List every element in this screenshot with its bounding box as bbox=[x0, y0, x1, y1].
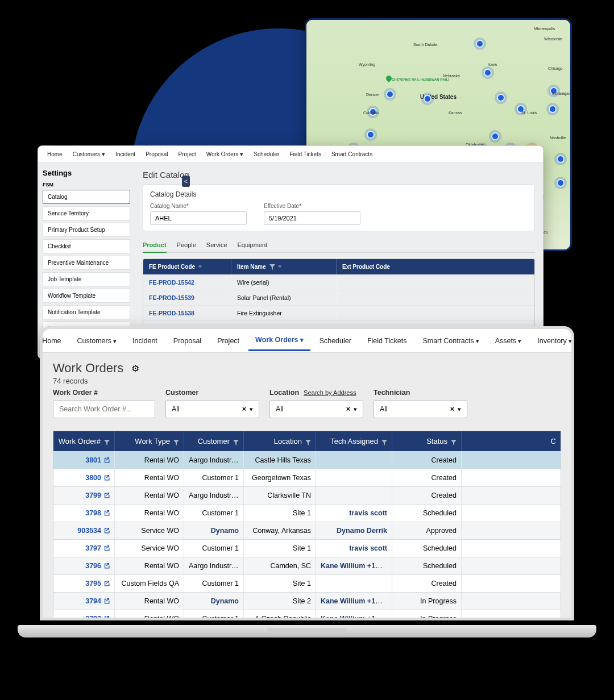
nav-item-home[interactable]: Home bbox=[43, 148, 67, 161]
map-cluster-pin[interactable] bbox=[491, 132, 499, 140]
col-work-type[interactable]: Work Type bbox=[115, 431, 184, 451]
col-extra[interactable]: C bbox=[462, 431, 561, 451]
cell-customer[interactable]: Dynamo bbox=[184, 522, 244, 539]
nav-item-smart-contracts[interactable]: Smart Contracts bbox=[416, 331, 486, 351]
map-cluster-pin[interactable] bbox=[497, 94, 505, 102]
tab-people[interactable]: People bbox=[177, 238, 196, 252]
table-row[interactable]: 3796Rental WOAargo IndustriesCamden, SCK… bbox=[53, 557, 561, 574]
catalog-name-input[interactable] bbox=[150, 211, 247, 225]
cell-tech-assigned[interactable]: Kane Willium +1more bbox=[316, 610, 392, 620]
nav-item-field-tickets[interactable]: Field Tickets bbox=[285, 148, 326, 161]
cell-tech-assigned[interactable]: Kane Willium +1more bbox=[316, 593, 392, 610]
search-work-order-input[interactable] bbox=[53, 400, 155, 418]
cell-work-order[interactable]: 3793 bbox=[53, 610, 115, 620]
col-work-order[interactable]: Work Order# bbox=[53, 431, 115, 451]
catalog-grid-row[interactable]: FE-PROD-15542Wire (serial) bbox=[143, 274, 534, 290]
filter-icon[interactable] bbox=[104, 439, 110, 444]
nav-item-proposal[interactable]: Proposal bbox=[167, 331, 208, 351]
cell-work-order[interactable]: 3801 bbox=[53, 452, 115, 469]
col-location[interactable]: Location bbox=[244, 431, 316, 451]
map-cluster-pin[interactable] bbox=[367, 131, 375, 139]
nav-item-project[interactable]: Project bbox=[210, 331, 246, 351]
cell-work-order[interactable]: 3794 bbox=[53, 593, 115, 610]
nav-item-work-orders[interactable]: Work Orders bbox=[248, 330, 310, 351]
cell-work-order[interactable]: 3795 bbox=[53, 575, 115, 592]
sidebar-collapse-button[interactable]: < bbox=[182, 176, 190, 187]
sidebar-item-preventive-maintenance[interactable]: Preventive Maintenance bbox=[43, 256, 130, 270]
sidebar-item-notification-template[interactable]: Notification Template bbox=[43, 305, 130, 319]
table-row[interactable]: 3800Rental WOCustomer 1Georgetown TexasC… bbox=[53, 469, 561, 486]
nav-item-assets[interactable]: Assets bbox=[488, 331, 529, 351]
nav-item-proposal[interactable]: Proposal bbox=[141, 148, 172, 161]
table-row[interactable]: 903534Service WODynamoConway, ArkansasDy… bbox=[53, 522, 561, 539]
map-cluster-pin[interactable] bbox=[476, 40, 484, 48]
grid-col-ext-product-code[interactable]: Ext Product Code bbox=[337, 259, 534, 274]
cell-work-order[interactable]: 3796 bbox=[53, 557, 115, 574]
nav-item-customers[interactable]: Customers bbox=[70, 331, 124, 351]
clear-icon[interactable]: × bbox=[242, 405, 246, 413]
cell-work-order[interactable]: 903534 bbox=[53, 522, 115, 539]
nav-item-inventory[interactable]: Inventory bbox=[530, 331, 574, 351]
map-cluster-pin[interactable] bbox=[549, 105, 557, 113]
cell-tech-assigned[interactable]: Dynamo Derrik bbox=[316, 522, 392, 539]
map-cluster-pin[interactable] bbox=[557, 179, 565, 187]
clear-icon[interactable]: × bbox=[346, 405, 350, 413]
cell-tech-assigned[interactable]: Kane Willium +1more bbox=[316, 557, 392, 574]
grid-col-item-name[interactable]: Item Name≡ bbox=[231, 259, 337, 274]
grid-cell-fe-code[interactable]: FE-PROD-15542 bbox=[143, 275, 231, 290]
catalog-grid-row[interactable]: FE-PROD-15538Fire Extinguisher bbox=[143, 305, 534, 320]
col-tech-assigned[interactable]: Tech Assigned bbox=[316, 431, 392, 451]
nav-item-home[interactable]: Home bbox=[40, 331, 68, 351]
col-customer[interactable]: Customer bbox=[184, 431, 244, 451]
nav-item-scheduler[interactable]: Scheduler bbox=[249, 148, 284, 161]
table-row[interactable]: 3793Rental WOCustomer 1A Czech RepublicK… bbox=[53, 610, 561, 620]
sidebar-item-primary-product-setup[interactable]: Primary Product Setup bbox=[43, 223, 130, 237]
tab-service[interactable]: Service bbox=[206, 238, 227, 252]
grid-col-fe-product-code[interactable]: FE Product Code≡ bbox=[143, 259, 231, 274]
technician-select[interactable]: All×▾ bbox=[374, 400, 467, 418]
sidebar-item-service-territory[interactable]: Service Territory bbox=[43, 206, 130, 220]
sidebar-item-catalog[interactable]: Catalog bbox=[43, 190, 130, 204]
cell-tech-assigned[interactable]: travis scott bbox=[316, 505, 392, 522]
filter-icon[interactable] bbox=[173, 439, 179, 444]
grid-cell-fe-code[interactable]: FE-PROD-15538 bbox=[143, 306, 231, 320]
cell-tech-assigned[interactable]: travis scott bbox=[316, 540, 392, 557]
table-row[interactable]: 3798Rental WOCustomer 1Site 1travis scot… bbox=[53, 504, 561, 522]
nav-item-work-orders[interactable]: Work Orders bbox=[202, 147, 248, 161]
nav-item-smart-contracts[interactable]: Smart Contracts bbox=[327, 148, 377, 161]
nav-item-project[interactable]: Project bbox=[174, 148, 201, 161]
map-cluster-pin[interactable] bbox=[557, 155, 565, 163]
filter-icon[interactable] bbox=[269, 264, 275, 270]
location-select[interactable]: All×▾ bbox=[269, 400, 363, 418]
tab-equipment[interactable]: Equipment bbox=[238, 238, 268, 252]
cell-work-order[interactable]: 3799 bbox=[53, 487, 115, 504]
customer-select[interactable]: All×▾ bbox=[165, 400, 259, 418]
filter-icon[interactable] bbox=[451, 439, 457, 444]
grid-cell-fe-code[interactable]: FE-PROD-15539 bbox=[143, 290, 231, 305]
gear-icon[interactable]: ⚙ bbox=[131, 363, 139, 374]
catalog-grid-row[interactable]: FE-PROD-15539Solar Panel (Rental) bbox=[143, 290, 534, 305]
table-row[interactable]: 3794Rental WODynamoSite 2Kane Willium +1… bbox=[53, 592, 561, 610]
sidebar-item-workflow-template[interactable]: Workflow Template bbox=[43, 289, 130, 303]
filter-icon[interactable] bbox=[305, 439, 311, 444]
cell-work-order[interactable]: 3797 bbox=[53, 540, 115, 557]
nav-item-incident[interactable]: Incident bbox=[111, 148, 140, 161]
table-row[interactable]: 3799Rental WOAargo IndustriesClarksville… bbox=[53, 486, 561, 504]
nav-item-customers[interactable]: Customers bbox=[68, 147, 110, 161]
tab-product[interactable]: Product bbox=[143, 238, 167, 253]
nav-item-field-tickets[interactable]: Field Tickets bbox=[360, 331, 413, 351]
table-row[interactable]: 3801Rental WOAargo IndustriesCastle Hill… bbox=[53, 451, 561, 469]
map-cluster-pin[interactable] bbox=[484, 69, 492, 77]
filter-icon[interactable] bbox=[233, 439, 239, 444]
nav-item-incident[interactable]: Incident bbox=[126, 331, 164, 351]
table-row[interactable]: 3795Custom Fields QACustomer 1Site 1Crea… bbox=[53, 574, 561, 592]
search-by-address-link[interactable]: Search by Address bbox=[304, 389, 356, 396]
cell-customer[interactable]: Dynamo bbox=[184, 593, 244, 610]
table-row[interactable]: 3797Service WOCustomer 1Site 1travis sco… bbox=[53, 539, 561, 557]
cell-work-order[interactable]: 3800 bbox=[53, 469, 115, 486]
effective-date-input[interactable] bbox=[264, 211, 360, 225]
sidebar-item-job-template[interactable]: Job Template bbox=[43, 272, 130, 286]
clear-icon[interactable]: × bbox=[450, 405, 454, 413]
cell-work-order[interactable]: 3798 bbox=[53, 505, 115, 522]
sidebar-item-checklist[interactable]: Checklist bbox=[43, 239, 130, 253]
